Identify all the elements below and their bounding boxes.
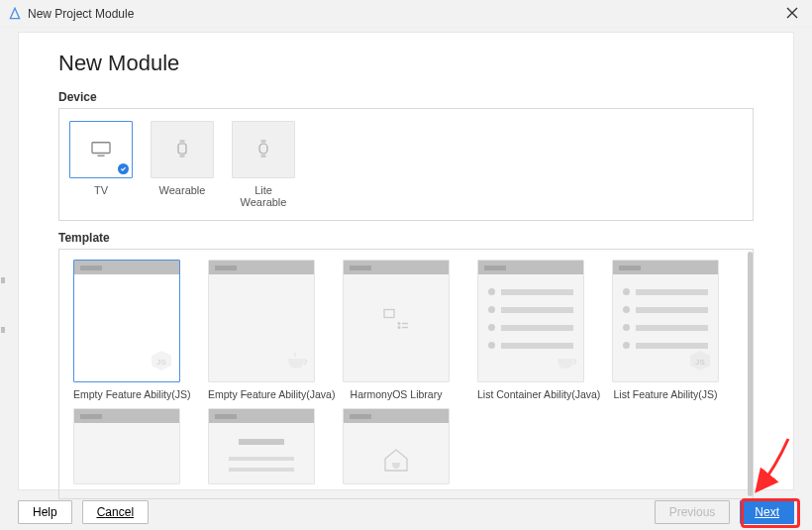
template-label: List Feature Ability(JS)	[612, 388, 719, 400]
svg-rect-0	[92, 142, 110, 153]
window-title: New Project Module	[28, 7, 134, 21]
template-box: JS Empty Feature Ability(JS) Empty Featu…	[58, 249, 754, 499]
svg-text:JS: JS	[695, 358, 705, 367]
template-card-empty-js[interactable]: JS Empty Feature Ability(JS)	[73, 260, 180, 400]
help-button[interactable]: Help	[18, 500, 72, 524]
svg-rect-2	[178, 144, 186, 154]
main-panel: New Module Device TV Wearable	[18, 32, 794, 490]
device-card-wearable[interactable]: Wearable	[151, 121, 214, 208]
template-card[interactable]	[208, 408, 315, 484]
selected-check-icon	[118, 163, 129, 174]
device-box: TV Wearable Lite Wearable	[58, 108, 754, 221]
template-label: HarmonyOS Library	[343, 388, 450, 400]
svg-text:JS: JS	[156, 358, 166, 367]
template-card-list-java[interactable]: List Container Ability(Java)	[477, 260, 584, 400]
svg-rect-3	[180, 140, 185, 143]
bottom-bar: Help Cancel Previous Next	[18, 500, 794, 524]
template-label: Empty Feature Ability(JS)	[73, 388, 180, 400]
template-label: List Container Ability(Java)	[477, 388, 584, 400]
watch-icon	[175, 139, 189, 161]
device-label: Wearable	[151, 184, 214, 196]
template-card-harmony-lib[interactable]: HarmonyOS Library	[343, 260, 450, 400]
svg-rect-4	[180, 155, 185, 158]
next-button[interactable]: Next	[740, 500, 794, 524]
template-card[interactable]	[73, 408, 180, 484]
tv-icon	[90, 140, 112, 160]
device-tile	[232, 121, 295, 178]
close-icon[interactable]	[780, 4, 804, 24]
js-badge-icon: JS	[150, 349, 173, 375]
template-card-list-js[interactable]: JS List Feature Ability(JS)	[612, 260, 719, 400]
previous-button: Previous	[655, 500, 731, 524]
svg-point-12	[398, 326, 401, 329]
device-tile	[69, 121, 133, 178]
java-cup-icon	[284, 351, 308, 375]
titlebar: New Project Module	[0, 0, 812, 28]
device-tile	[151, 121, 214, 178]
list-preview	[478, 274, 583, 349]
svg-rect-9	[384, 310, 394, 318]
scrollbar[interactable]	[748, 252, 753, 496]
template-section-label: Template	[19, 231, 793, 249]
svg-rect-6	[261, 140, 266, 143]
svg-rect-5	[259, 144, 267, 154]
svg-point-10	[398, 322, 401, 325]
device-label: Lite Wearable	[232, 184, 295, 208]
scroll-artifact	[1, 277, 5, 283]
device-card-tv[interactable]: TV	[69, 121, 133, 208]
cancel-button[interactable]: Cancel	[82, 500, 149, 524]
template-row: JS Empty Feature Ability(JS) Empty Featu…	[67, 260, 745, 400]
template-row	[67, 408, 745, 484]
list-preview	[613, 274, 718, 349]
scroll-artifact	[1, 327, 5, 333]
home-java-icon	[381, 447, 411, 476]
device-card-lite-wearable[interactable]: Lite Wearable	[232, 121, 295, 208]
device-label: TV	[69, 184, 133, 196]
app-logo-icon	[8, 7, 22, 21]
js-badge-icon: JS	[688, 349, 712, 375]
java-cup-icon	[554, 351, 577, 375]
template-label: Empty Feature Ability(Java)	[208, 388, 315, 400]
template-card-empty-java[interactable]: Empty Feature Ability(Java)	[208, 260, 315, 400]
template-card[interactable]	[343, 408, 450, 484]
library-icon	[382, 308, 410, 335]
device-section-label: Device	[19, 90, 793, 108]
page-heading: New Module	[19, 33, 793, 90]
watch-icon	[256, 139, 270, 161]
svg-rect-7	[261, 155, 266, 158]
